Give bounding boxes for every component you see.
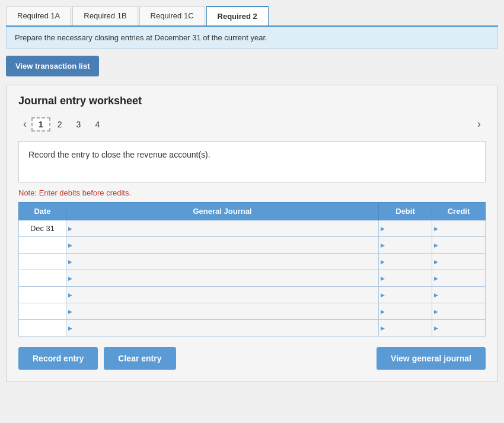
credit-input-cell-0[interactable] [432,220,486,237]
debit-input-6[interactable] [379,320,432,336]
table-row: Dec 31 [19,220,486,237]
page-1[interactable]: 1 [31,117,50,132]
col-header-debit: Debit [379,203,432,220]
date-cell-4 [19,287,66,303]
credit-input-cell-3[interactable] [432,270,486,287]
journal-input-cell-3[interactable] [66,270,379,287]
debit-input-cell-5[interactable] [379,303,432,320]
page-4[interactable]: 4 [88,117,107,132]
col-header-date: Date [19,203,66,220]
pagination: ‹ 1 2 3 4 › [18,116,486,133]
debit-input-cell-1[interactable] [379,237,432,254]
next-page-arrow[interactable]: › [473,116,486,133]
table-row [19,254,486,270]
instruction-text: Record the entry to close the revenue ac… [28,150,210,159]
credit-input-5[interactable] [432,303,485,319]
debit-input-cell-3[interactable] [379,270,432,287]
credit-input-cell-2[interactable] [432,254,486,270]
info-bar: Prepare the necessary closing entries at… [6,27,498,49]
tab-required-2[interactable]: Required 2 [206,6,269,25]
date-cell-0: Dec 31 [19,220,66,237]
debit-input-5[interactable] [379,303,432,319]
debit-input-cell-6[interactable] [379,320,432,337]
credit-input-3[interactable] [432,270,485,286]
page-3[interactable]: 3 [69,117,88,132]
journal-input-cell-2[interactable] [66,254,379,270]
debit-input-4[interactable] [379,287,432,303]
note-text: Note: Enter debits before credits. [18,188,486,197]
debit-input-cell-2[interactable] [379,254,432,270]
table-row [19,287,486,303]
tab-required-1c[interactable]: Required 1C [139,6,205,25]
journal-input-cell-4[interactable] [66,287,379,303]
debit-input-cell-0[interactable] [379,220,432,237]
tab-bar: Required 1A Required 1B Required 1C Requ… [6,6,498,27]
journal-input-4[interactable] [66,287,378,303]
date-cell-5 [19,303,66,320]
journal-table: Date General Journal Debit Credit Dec 31 [18,202,486,337]
credit-input-2[interactable] [432,254,485,270]
instruction-box: Record the entry to close the revenue ac… [18,141,486,182]
journal-input-cell-1[interactable] [66,237,379,254]
view-transaction-button[interactable]: View transaction list [6,56,99,76]
table-row [19,270,486,287]
info-bar-text: Prepare the necessary closing entries at… [15,33,267,42]
credit-input-cell-1[interactable] [432,237,486,254]
journal-input-3[interactable] [66,270,378,286]
worksheet-title: Journal entry worksheet [18,95,486,107]
view-general-journal-button[interactable]: View general journal [377,347,486,370]
debit-input-3[interactable] [379,270,432,286]
debit-input-cell-4[interactable] [379,287,432,303]
journal-input-cell-0[interactable] [66,220,379,237]
page-2[interactable]: 2 [50,117,69,132]
table-row [19,320,486,337]
action-buttons: Record entry Clear entry View general jo… [18,347,486,370]
journal-input-cell-5[interactable] [66,303,379,320]
journal-worksheet: Journal entry worksheet ‹ 1 2 3 4 › Reco… [6,85,498,382]
col-header-journal: General Journal [66,203,379,220]
credit-input-1[interactable] [432,237,485,253]
journal-input-2[interactable] [66,254,378,270]
credit-input-6[interactable] [432,320,485,336]
prev-page-arrow[interactable]: ‹ [18,116,31,133]
tab-required-1a[interactable]: Required 1A [6,6,71,25]
date-cell-1 [19,237,66,254]
date-cell-6 [19,320,66,337]
credit-input-cell-6[interactable] [432,320,486,337]
debit-input-2[interactable] [379,254,432,270]
date-cell-2 [19,254,66,270]
table-row [19,237,486,254]
credit-input-cell-4[interactable] [432,287,486,303]
journal-input-6[interactable] [66,320,378,336]
journal-input-5[interactable] [66,303,378,319]
journal-input-1[interactable] [66,237,378,253]
col-header-credit: Credit [432,203,486,220]
record-entry-button[interactable]: Record entry [18,347,98,370]
journal-input-cell-6[interactable] [66,320,379,337]
credit-input-cell-5[interactable] [432,303,486,320]
tab-required-1b[interactable]: Required 1B [72,6,138,25]
clear-entry-button[interactable]: Clear entry [104,347,176,370]
debit-input-0[interactable] [379,220,432,236]
debit-input-1[interactable] [379,237,432,253]
credit-input-0[interactable] [432,220,485,236]
journal-input-0[interactable] [66,220,378,236]
credit-input-4[interactable] [432,287,485,303]
date-cell-3 [19,270,66,287]
table-row [19,303,486,320]
